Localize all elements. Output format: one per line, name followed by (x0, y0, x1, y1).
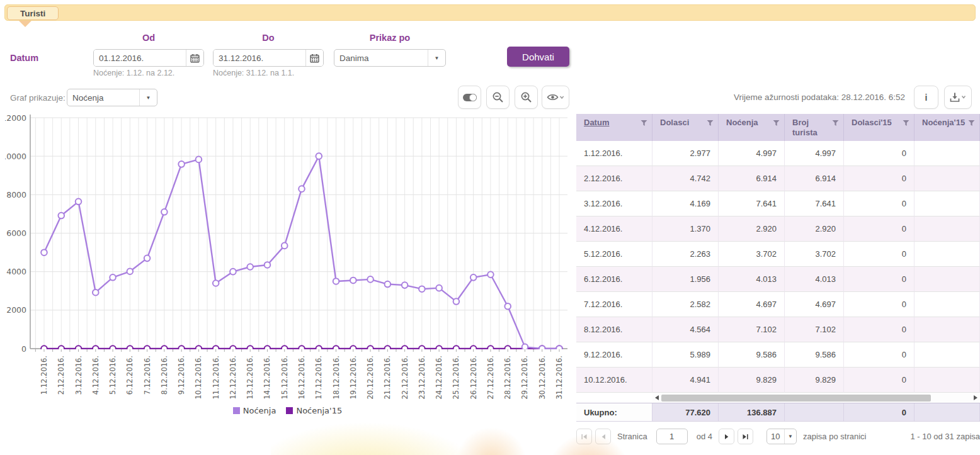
table-cell: 0 (844, 141, 914, 166)
svg-text:9.12.2016.: 9.12.2016. (177, 356, 186, 395)
table-cell: 0 (844, 292, 914, 317)
filter-icon[interactable] (968, 120, 975, 126)
column-header-no-enja-15[interactable]: Noćenja'15 (914, 114, 980, 141)
scrollbar-spacer (576, 393, 652, 403)
last-page-icon (742, 434, 749, 440)
line-chart[interactable]: 0200040006000800010000120001.12.2016.2.1… (5, 115, 570, 405)
table-row[interactable]: 10.12.2016.4.9419.8299.8290 (576, 368, 980, 393)
svg-text:28.12.2016.: 28.12.2016. (503, 356, 512, 400)
pagination-bar: Stranica od 4 10 ▼ zapisa po stranici 1 … (576, 429, 980, 444)
zoom-out-button[interactable] (486, 86, 510, 109)
table-cell: 4.941 (652, 368, 719, 393)
prikaz-po-value: Danima (334, 50, 428, 66)
filter-icon[interactable] (707, 120, 714, 126)
table-cell: 3.702 (785, 242, 844, 267)
datum-row-label: Datum (10, 53, 38, 63)
date-to-field (213, 49, 324, 67)
column-header-no-enja[interactable]: Noćenja (719, 114, 785, 141)
prikaz-po-select[interactable]: Danima ▼ (334, 49, 446, 67)
column-header-broj-turista[interactable]: Broj turista (785, 114, 844, 141)
active-tab-pointer (19, 21, 31, 27)
info-icon: i (925, 93, 928, 103)
calendar-icon[interactable] (305, 50, 323, 66)
record-range-text: 1 - 10 od 31 zapisa (910, 432, 980, 441)
table-cell (914, 191, 980, 216)
next-page-button[interactable] (719, 429, 734, 444)
table-cell: 4.12.2016. (576, 216, 652, 242)
column-header-datum[interactable]: Datum (576, 114, 652, 141)
chevron-down-icon: ▼ (140, 89, 157, 106)
last-page-button[interactable] (738, 429, 753, 444)
export-button[interactable] (944, 86, 972, 109)
table-cell: 6.12.2016. (576, 267, 652, 292)
legend-item[interactable]: Noćenja'15 (286, 406, 342, 415)
legend-item[interactable]: Noćenja (233, 406, 276, 415)
table-cell: 0 (844, 317, 914, 342)
previous-page-button[interactable] (595, 429, 611, 444)
scroll-right-arrow[interactable] (971, 393, 980, 403)
table-cell (914, 166, 980, 191)
calendar-icon[interactable] (186, 50, 203, 66)
page-size-label: zapisa po stranici (803, 432, 866, 441)
table-cell: 1.12.2016. (576, 141, 652, 166)
table-row[interactable]: 2.12.2016.4.7426.9146.9140 (576, 166, 980, 191)
date-to-hint: Noćenje: 31.12. na 1.1. (213, 69, 294, 77)
table-cell: 4.997 (719, 141, 785, 166)
table-row[interactable]: 6.12.2016.1.9564.0134.0130 (576, 267, 980, 292)
table-row[interactable]: 4.12.2016.1.3702.9202.9200 (576, 216, 980, 242)
filter-icon[interactable] (773, 120, 780, 126)
chart-legend: NoćenjaNoćenja'15 (5, 406, 570, 415)
page-number-input[interactable] (656, 429, 688, 444)
table-row[interactable]: 1.12.2016.2.9774.9974.9970 (576, 141, 980, 166)
table-cell: 0 (844, 242, 914, 267)
tab-turisti[interactable]: Turisti (7, 6, 59, 20)
svg-text:18.12.2016.: 18.12.2016. (332, 356, 341, 400)
table-cell (914, 368, 980, 393)
dohvati-button[interactable]: Dohvati (507, 47, 569, 67)
table-row[interactable]: 7.12.2016.2.5824.6974.6970 (576, 292, 980, 317)
date-from-input[interactable] (94, 50, 186, 66)
scroll-left-arrow[interactable] (652, 393, 661, 403)
eye-icon (547, 93, 564, 102)
svg-text:17.12.2016.: 17.12.2016. (314, 356, 323, 400)
table-row[interactable]: 3.12.2016.4.1697.6417.6410 (576, 191, 980, 216)
table-row[interactable]: 5.12.2016.2.2633.7023.7020 (576, 242, 980, 267)
svg-text:11.12.2016.: 11.12.2016. (212, 356, 220, 400)
svg-text:23.12.2016.: 23.12.2016. (418, 356, 426, 400)
filter-icon[interactable] (832, 120, 839, 126)
table-cell: 4.013 (785, 267, 844, 292)
svg-text:2.12.2016.: 2.12.2016. (57, 356, 66, 395)
svg-text:7.12.2016.: 7.12.2016. (143, 356, 152, 395)
graf-prikazuje-select[interactable]: Noćenja ▼ (67, 89, 157, 106)
svg-text:4.12.2016.: 4.12.2016. (91, 356, 100, 395)
first-page-icon (581, 434, 588, 440)
visibility-menu-button[interactable] (542, 86, 569, 109)
table-row[interactable]: 8.12.2016.4.5647.1027.1020 (576, 317, 980, 342)
page-size-select[interactable]: 10 ▼ (766, 429, 797, 444)
svg-text:20.12.2016.: 20.12.2016. (366, 356, 375, 400)
scrollbar-track[interactable] (661, 393, 971, 403)
scrollbar-thumb[interactable] (661, 395, 931, 402)
filter-icon[interactable] (641, 120, 647, 126)
table-row[interactable]: 9.12.2016.5.9899.5869.5860 (576, 342, 980, 368)
toggle-series-button[interactable] (458, 86, 481, 109)
totals-cell (785, 403, 844, 421)
totals-cell (914, 403, 980, 421)
table-cell (914, 141, 980, 166)
zoom-in-button[interactable] (515, 86, 538, 109)
graf-prikazuje-label: Graf prikazuje: (10, 93, 66, 103)
table-cell: 7.102 (785, 317, 844, 342)
date-to-input[interactable] (214, 50, 305, 66)
svg-text:12.12.2016.: 12.12.2016. (229, 356, 237, 400)
horizontal-scrollbar[interactable] (576, 393, 980, 403)
info-button[interactable]: i (914, 86, 938, 109)
chevron-down-icon: ▼ (785, 429, 796, 444)
table-cell: 6.914 (785, 166, 844, 191)
download-icon (950, 92, 966, 103)
first-page-button[interactable] (576, 429, 592, 444)
column-header-dolasci-15[interactable]: Dolasci'15 (844, 114, 914, 141)
table-cell (914, 242, 980, 267)
filter-icon[interactable] (903, 120, 909, 126)
column-header-dolasci[interactable]: Dolasci (652, 114, 719, 141)
tab-strip: Turisti (4, 4, 976, 21)
